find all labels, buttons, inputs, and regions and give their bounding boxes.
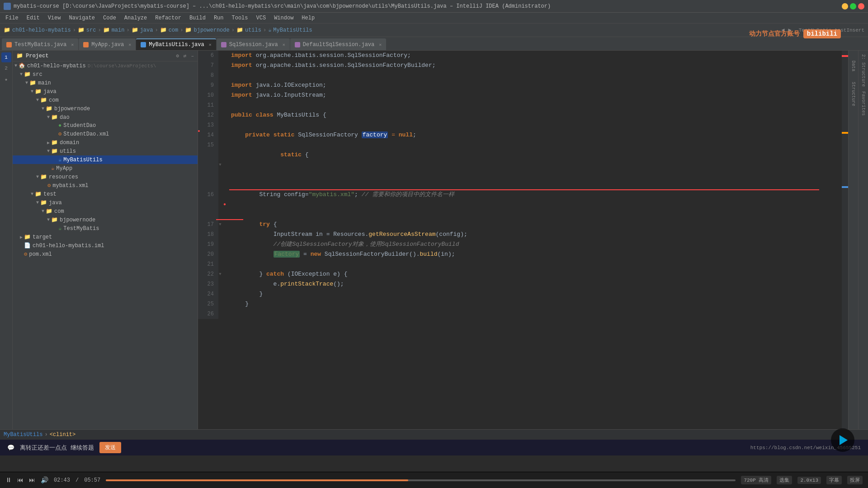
menu-edit[interactable]: Edit bbox=[23, 14, 43, 22]
tab-myapp[interactable]: MyApp.java ✕ bbox=[79, 38, 136, 50]
menu-tools[interactable]: Tools bbox=[228, 14, 252, 22]
tree-src[interactable]: ▼ 📁 src bbox=[13, 70, 198, 79]
notif-send-button[interactable]: 发送 bbox=[99, 442, 121, 453]
maximize-button[interactable] bbox=[850, 3, 856, 9]
menu-window[interactable]: Window bbox=[270, 14, 297, 22]
menu-refactor[interactable]: Refactor bbox=[151, 14, 185, 22]
tree-domain[interactable]: ▶ 📁 domain bbox=[13, 138, 198, 147]
code-breadcrumb: MyBatisUtils › <clinit> bbox=[0, 429, 868, 439]
tree-root[interactable]: ▼ 🏠 ch01-hello-mybatis D:\course\JavaPro… bbox=[13, 61, 198, 70]
tree-resources[interactable]: ▼ 📁 resources bbox=[13, 173, 198, 181]
tree-test-com[interactable]: ▼ 📁 com bbox=[13, 207, 198, 216]
step-back-button[interactable]: ⏮ bbox=[17, 477, 24, 484]
nav-mybatisutils[interactable]: MyBatisUtils bbox=[273, 27, 312, 33]
tree-test-java[interactable]: ▼ 📁 java bbox=[13, 198, 198, 207]
code-line-25: 25 } bbox=[198, 299, 842, 309]
nav-src[interactable]: src bbox=[86, 27, 96, 33]
right-gutter bbox=[842, 51, 848, 429]
play-triangle-icon bbox=[840, 435, 848, 445]
tree-myapp[interactable]: ▶ ☕ MyApp bbox=[13, 164, 198, 173]
code-line-12: 12 public class MyBatisUtils { bbox=[198, 110, 842, 120]
subtitle-button[interactable]: 字幕 bbox=[826, 476, 842, 484]
cast-button[interactable]: 投屏 bbox=[847, 476, 863, 484]
sidebar-collapse[interactable]: – bbox=[191, 53, 194, 59]
panel-tab-fav[interactable]: ★ bbox=[1, 74, 11, 84]
menu-analyze[interactable]: Analyze bbox=[121, 14, 151, 22]
favorites-tab[interactable]: Favorites bbox=[860, 89, 867, 117]
tree-test[interactable]: ▼ 📁 test bbox=[13, 190, 198, 198]
pom-icon: ⚙ bbox=[24, 251, 27, 258]
sidebar-sync[interactable]: ⇄ bbox=[184, 53, 187, 59]
main-layout: 1 2 ★ 📁 Project ⚙ ⇄ – ▼ 🏠 ch01-hello-myb… bbox=[0, 51, 868, 429]
bilibili-play-button[interactable] bbox=[831, 428, 854, 452]
panel-data-tab[interactable]: Data bbox=[849, 52, 858, 80]
sidebar-settings[interactable]: ⚙ bbox=[176, 53, 179, 59]
tab-close-mybatisutils[interactable]: ✕ bbox=[209, 42, 212, 47]
panel-tab-1[interactable]: 1 bbox=[1, 52, 11, 62]
fold-15[interactable]: ▼ bbox=[219, 160, 221, 170]
nav-bar: 📁 ch01-hello-mybatis › 📁 src › 📁 main › … bbox=[0, 23, 868, 37]
breadcrumb-file: MyBatisUtils bbox=[4, 432, 42, 438]
progress-bar[interactable] bbox=[106, 479, 736, 481]
iml-icon: 📄 bbox=[24, 242, 31, 249]
fold-17[interactable]: ▼ bbox=[219, 220, 221, 230]
menu-run[interactable]: Run bbox=[210, 14, 227, 22]
tree-testmybatis[interactable]: ▶ ☕ TestMyBatis bbox=[13, 224, 198, 233]
nav-main[interactable]: main bbox=[112, 27, 125, 33]
video-controls-bar: ⏸ ⏮ ⏭ 🔊 02:43 / 05:57 720P 高清 选集 2.0x13 … bbox=[0, 472, 868, 488]
quality-selector[interactable]: 720P 高清 bbox=[741, 476, 771, 484]
menu-vcs[interactable]: VCS bbox=[253, 14, 270, 22]
watermark-text: 动力节点官方账号 bbox=[749, 30, 800, 38]
mute-button[interactable]: 🔊 bbox=[41, 476, 48, 484]
red-line-16 bbox=[216, 219, 243, 220]
nav-ch01[interactable]: ch01-hello-mybatis bbox=[12, 27, 71, 33]
tree-main[interactable]: ▼ 📁 main bbox=[13, 79, 198, 87]
tab-close-defaultsqlsession[interactable]: ✕ bbox=[379, 42, 382, 47]
nav-java[interactable]: java bbox=[140, 27, 153, 33]
tab-close-testmybatis[interactable]: ✕ bbox=[71, 42, 74, 47]
error-stripe-top bbox=[842, 55, 848, 57]
code-line-23: 23 e.printStackTrace(); bbox=[198, 279, 842, 289]
tab-defaultsqlsession[interactable]: DefaultSqlSession.java ✕ bbox=[290, 38, 386, 50]
tree-com[interactable]: ▼ 📁 com bbox=[13, 96, 198, 104]
tree-java[interactable]: ▼ 📁 java bbox=[13, 87, 198, 96]
menu-code[interactable]: Code bbox=[99, 14, 120, 22]
menu-help[interactable]: Help bbox=[298, 14, 318, 22]
tree-mybatisutils[interactable]: ▶ ☕ MyBatisUtils bbox=[13, 155, 198, 164]
tree-iml[interactable]: ▶ 📄 ch01-hello-mybatis.iml bbox=[13, 241, 198, 250]
menu-build[interactable]: Build bbox=[186, 14, 209, 22]
tab-testmybatis[interactable]: TestMyBatis.java ✕ bbox=[2, 38, 78, 50]
warning-stripe bbox=[842, 132, 848, 134]
step-forward-button[interactable]: ⏭ bbox=[29, 477, 35, 484]
structure-tab[interactable]: 2: Structure bbox=[860, 52, 867, 89]
tree-utils[interactable]: ▼ 📁 utils bbox=[13, 147, 198, 155]
play-pause-button[interactable]: ⏸ bbox=[5, 477, 12, 484]
tree-target[interactable]: ▶ 📁 target bbox=[13, 233, 198, 241]
tab-close-myapp[interactable]: ✕ bbox=[128, 42, 131, 47]
tree-studentdao-xml[interactable]: ▶ ⚙ StudentDao.xml bbox=[13, 130, 198, 138]
tab-close-sqlsession[interactable]: ✕ bbox=[283, 42, 285, 47]
close-button[interactable] bbox=[858, 3, 864, 9]
menu-view[interactable]: View bbox=[44, 14, 65, 22]
tab-mybatisutils[interactable]: MyBatisUtils.java ✕ bbox=[136, 38, 216, 50]
tree-bjpowernode[interactable]: ▼ 📁 bjpowernode bbox=[13, 104, 198, 113]
nav-bjpowernode[interactable]: bjpowernode bbox=[193, 27, 229, 33]
tree-mybatis-xml[interactable]: ▶ ⚙ mybatis.xml bbox=[13, 181, 198, 190]
collection-button[interactable]: 选集 bbox=[777, 476, 792, 484]
nav-com[interactable]: com bbox=[169, 27, 179, 33]
menu-file[interactable]: File bbox=[2, 14, 22, 22]
tab-sqlsession[interactable]: SqlSession.java ✕ bbox=[217, 38, 290, 50]
fold-22[interactable]: ▼ bbox=[219, 269, 221, 279]
speed-selector[interactable]: 2.0x13 bbox=[797, 477, 821, 484]
nav-utils[interactable]: utils bbox=[245, 27, 261, 33]
menu-navigate[interactable]: Navigate bbox=[65, 14, 99, 22]
minimize-button[interactable] bbox=[842, 3, 848, 9]
tree-studentdao[interactable]: ▶ ● StudentDao bbox=[13, 122, 198, 130]
window-controls[interactable] bbox=[842, 3, 864, 9]
panel-tab-2[interactable]: 2 bbox=[1, 63, 11, 73]
tree-dao[interactable]: ▼ 📁 dao bbox=[13, 113, 198, 122]
tree-test-bjpowernode[interactable]: ▼ 📁 bjpowernode bbox=[13, 216, 198, 224]
sidebar: 📁 Project ⚙ ⇄ – ▼ 🏠 ch01-hello-mybatis D… bbox=[13, 51, 198, 429]
panel-structure-tab[interactable]: Structure bbox=[849, 80, 858, 108]
tree-pom[interactable]: ▶ ⚙ pom.xml bbox=[13, 250, 198, 258]
